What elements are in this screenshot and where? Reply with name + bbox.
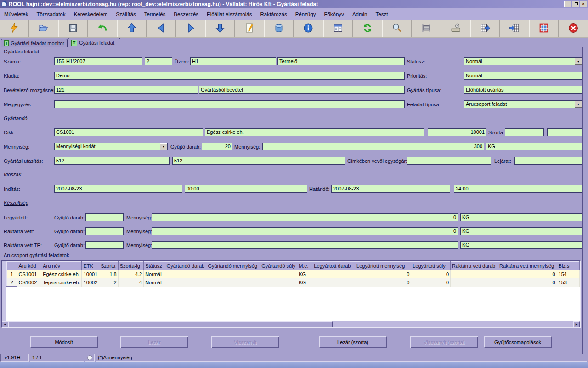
raktarra-te-menny-input[interactable] [152, 241, 458, 249]
cell-etk[interactable]: 10002 [82, 278, 99, 287]
scroll-right-button[interactable]: ▶ [573, 321, 580, 327]
inditas-date-input[interactable]: 2007-08-23 [54, 185, 182, 193]
mennyiseg-unit-input[interactable]: KG [486, 143, 582, 150]
toolbar-button-export-table[interactable] [470, 20, 500, 37]
raktarra-te-gyujto-input[interactable] [85, 241, 124, 249]
szorta-to-input[interactable] [547, 128, 582, 136]
menu-torzsadatok[interactable]: Törzsadatok [32, 12, 69, 17]
menu-szallitas[interactable]: Szállítás [112, 12, 140, 17]
toolbar-button-info[interactable] [294, 20, 323, 37]
toolbar-button-flash[interactable] [0, 20, 29, 37]
toolbar-button-print-grid[interactable] [412, 20, 441, 37]
cell-statusz[interactable]: Normál [144, 270, 165, 278]
table-row[interactable]: 1 CS1001 Egész csirke eh. 10001 1.8 4.2 … [7, 270, 580, 278]
toolbar-button-last[interactable] [205, 20, 235, 37]
toolbar-button-import-table[interactable] [500, 20, 529, 37]
raktarra-menny-input[interactable]: 0 [152, 227, 458, 235]
cikk-name-input[interactable]: Egész csirke eh. [205, 128, 424, 136]
inditas-time-input[interactable]: 00:00 [185, 185, 307, 193]
statusz-select[interactable]: Normál ▼ [464, 58, 582, 65]
modosit-button[interactable]: Módosít [30, 336, 98, 348]
toolbar-button-first[interactable] [117, 20, 147, 37]
legyartott-gyujto-input[interactable] [85, 213, 124, 221]
cell-gyartando-suly[interactable] [260, 278, 297, 287]
tab-gyartasi-feladat[interactable]: T Gyártási feladat [68, 38, 120, 47]
cell-raktarra-vett-darab[interactable] [451, 278, 498, 287]
col-etk[interactable]: ETK [82, 262, 99, 270]
menu-raktarozas[interactable]: Raktározás [256, 12, 291, 17]
hatarido-time-input[interactable]: 24:00 [454, 185, 582, 193]
cell-szorta[interactable]: 2 [99, 278, 118, 287]
cimke-input[interactable] [407, 157, 491, 165]
table-horizontal-scrollbar[interactable]: ◀ ▶ [2, 321, 580, 327]
cell-raktarra-vett-mennyiseg[interactable]: 0 [498, 270, 557, 278]
raktarra-unit-input[interactable]: KG [460, 227, 582, 235]
cell-legyartott-darab[interactable] [312, 278, 355, 287]
col-raktarra-vett-darab[interactable]: Raktárra vett darab [451, 262, 498, 270]
cell-legyartott-suly[interactable]: 0 [411, 270, 451, 278]
legyartott-menny-input[interactable]: 0 [152, 213, 458, 221]
col-aru-kod[interactable]: Áru kód [17, 262, 41, 270]
col-legyartott-suly[interactable]: Legyártott súly [411, 262, 451, 270]
cell-szorta[interactable]: 1.8 [99, 270, 118, 278]
col-aru-nev[interactable]: Áru név [41, 262, 82, 270]
col-szorta-ig[interactable]: Szorta-ig [118, 262, 143, 270]
cell-szorta-ig[interactable]: 4.2 [118, 270, 143, 278]
col-statusz[interactable]: Státusz [144, 262, 165, 270]
close-button[interactable]: × [580, 1, 587, 7]
chevron-down-icon[interactable]: ▼ [160, 143, 167, 150]
toolbar-button-edit[interactable] [235, 20, 264, 37]
toolbar-button-cancel[interactable] [559, 20, 588, 37]
cell-me[interactable]: KG [297, 278, 312, 287]
cell-biz-s[interactable]: 153- [557, 278, 579, 287]
gyujto-darab-input[interactable]: 20 [202, 143, 232, 150]
cell-aru-nev[interactable]: Tepsis csirke eh. [41, 278, 82, 287]
row-selector[interactable]: 1 [7, 270, 17, 278]
cell-legyartott-mennyiseg[interactable]: 0 [355, 278, 411, 287]
cell-gyartando-suly[interactable] [260, 270, 297, 278]
col-gyartando-suly[interactable]: Gyártandó súly [260, 262, 297, 270]
uzem-code-input[interactable]: H1 [190, 58, 276, 65]
mennyiseg-value-input[interactable]: 300 [262, 143, 484, 150]
cell-raktarra-vett-mennyiseg[interactable]: 0 [498, 278, 557, 287]
utasitas-name-input[interactable]: 512 [172, 157, 345, 165]
cell-gyartando-darab[interactable] [165, 270, 206, 278]
toolbar-button-form-view[interactable] [323, 20, 353, 37]
toolbar-button-open[interactable] [29, 20, 58, 37]
restore-button[interactable] [572, 1, 579, 7]
cell-biz-s[interactable]: 154- [557, 270, 579, 278]
toolbar-button-undo[interactable] [88, 20, 117, 37]
menu-penzugy[interactable]: Pénzügy [291, 12, 320, 17]
uzem-name-input[interactable]: Termelő [277, 58, 405, 65]
menu-kereskedelem[interactable]: Kereskedelem [70, 12, 112, 17]
lezar-szorta-button[interactable]: Lezár (szorta) [319, 336, 387, 348]
col-raktarra-vett-mennyiseg[interactable]: Raktárra vett mennyiség [498, 262, 557, 270]
utasitas-code-input[interactable]: 512 [54, 157, 170, 165]
kiadta-input[interactable]: Demo [54, 72, 405, 80]
tab-gyartasi-feladat-monitor[interactable]: T Gyártási feladat monitor [1, 39, 68, 47]
raktarra-gyujto-input[interactable] [85, 227, 124, 235]
bevetelezo-name-input[interactable]: Gyártásból bevétel [199, 86, 405, 94]
cell-raktarra-vett-darab[interactable] [451, 270, 498, 278]
toolbar-button-window-mode[interactable] [529, 20, 559, 37]
szama-sub-input[interactable]: 2 [145, 58, 172, 65]
cell-statusz[interactable]: Normál [144, 278, 165, 287]
lejarat-input[interactable] [514, 157, 582, 165]
cell-gyartando-mennyiseg[interactable] [206, 278, 260, 287]
cell-me[interactable]: KG [297, 270, 312, 278]
megjegyzes-input[interactable] [54, 100, 405, 108]
raktarra-te-unit-input[interactable]: KG [460, 241, 582, 249]
menu-termeles[interactable]: Termelés [140, 12, 170, 17]
menu-admin[interactable]: Admin [348, 12, 372, 17]
cell-etk[interactable]: 10001 [82, 270, 99, 278]
row-selector[interactable]: 2 [7, 278, 17, 287]
toolbar-button-refresh[interactable] [353, 20, 382, 37]
prioritas-input[interactable]: Normál [464, 72, 582, 80]
menu-beszerzes[interactable]: Beszerzés [170, 12, 203, 17]
cell-gyartando-mennyiseg[interactable] [206, 270, 260, 278]
bevetelezo-code-input[interactable]: 121 [54, 86, 198, 94]
cikk-etk-input[interactable]: 10001 [428, 128, 486, 136]
cell-gyartando-darab[interactable] [165, 278, 206, 287]
toolbar-button-prev[interactable] [147, 20, 176, 37]
mennyiseg-mode-select[interactable]: Mennyiségi korlát ▼ [54, 143, 168, 150]
